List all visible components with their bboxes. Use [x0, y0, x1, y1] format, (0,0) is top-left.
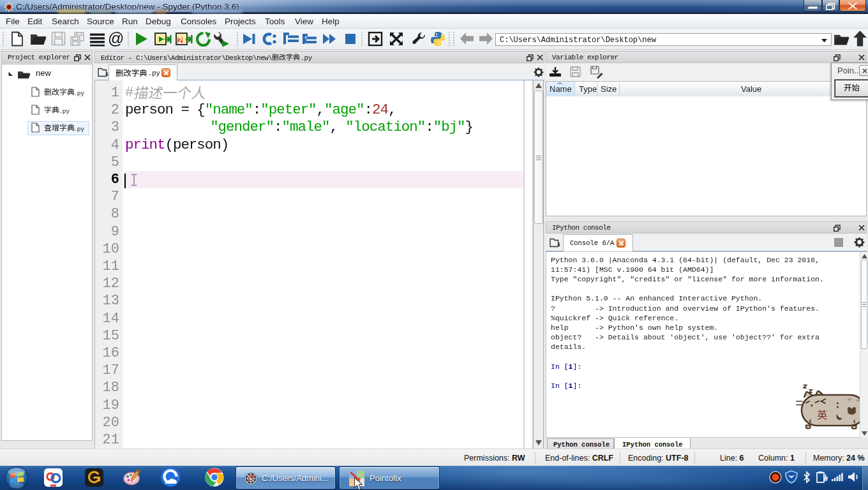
svg-text:2: 2: [177, 36, 182, 45]
